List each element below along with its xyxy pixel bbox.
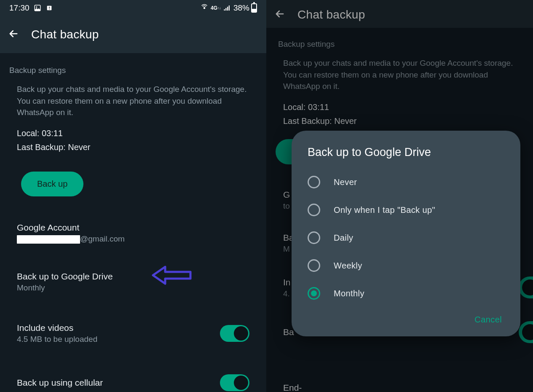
radio-icon — [308, 176, 320, 188]
status-time: 17:30 — [9, 3, 29, 13]
cellular-toggle[interactable] — [220, 374, 249, 391]
signal-icon — [223, 4, 231, 12]
radio-option[interactable]: Weekly — [292, 252, 520, 279]
gdrive-title: Back up to Google Drive — [17, 271, 249, 282]
google-account-title: Google Account — [17, 223, 249, 233]
include-videos-sub: 4.5 MB to be uploaded — [17, 335, 220, 344]
backup-description: Back up your chats and media to your Goo… — [9, 83, 257, 118]
battery-percent: 38% — [233, 3, 249, 13]
radio-option[interactable]: Never — [292, 168, 520, 196]
radio-icon — [308, 231, 320, 244]
backup-to-gdrive-item[interactable]: Back up to Google Drive Monthly — [9, 263, 257, 300]
page-title: Chat backup — [31, 28, 99, 41]
cellular-title: Back up using cellular — [17, 378, 220, 388]
app-bar: Chat backup — [0, 16, 266, 53]
gdrive-frequency-dialog: Back up to Google Drive NeverOnly when I… — [292, 131, 520, 336]
alert-icon — [46, 4, 53, 12]
radio-list: NeverOnly when I tap "Back up"DailyWeekl… — [292, 168, 520, 307]
last-backup: Last Backup: Never — [9, 141, 257, 154]
battery-icon — [251, 3, 257, 13]
radio-option[interactable]: Monthly — [292, 279, 520, 307]
radio-label: Never — [334, 177, 357, 187]
svg-rect-3 — [49, 7, 49, 9]
svg-point-5 — [204, 8, 205, 9]
cellular-backup-item[interactable]: Back up using cellular — [9, 366, 257, 392]
data-4g-icon: 4G↑↓ — [211, 4, 221, 12]
radio-label: Monthly — [334, 289, 364, 298]
section-label: Backup settings — [9, 66, 257, 75]
include-videos-toggle[interactable] — [220, 325, 249, 342]
backup-button[interactable]: Back up — [21, 172, 83, 196]
google-account-email: @gmail.com — [17, 234, 249, 244]
google-account-item[interactable]: Google Account @gmail.com — [9, 214, 257, 251]
hotspot-icon — [201, 4, 208, 12]
image-icon — [34, 4, 41, 12]
radio-icon — [308, 204, 320, 216]
radio-label: Only when I tap "Back up" — [334, 205, 435, 215]
svg-rect-9 — [229, 5, 230, 11]
back-button[interactable] — [8, 28, 19, 41]
radio-label: Weekly — [334, 261, 362, 271]
local-backup-time: Local: 03:11 — [9, 127, 257, 140]
include-videos-title: Include videos — [17, 323, 220, 333]
redacted-email-part — [17, 235, 80, 244]
screen-settings: 17:30 4G↑↓ 38% Chat backup — [0, 0, 266, 392]
status-bar: 17:30 4G↑↓ 38% — [0, 0, 266, 16]
include-videos-item[interactable]: Include videos 4.5 MB to be uploaded — [9, 314, 257, 352]
svg-rect-7 — [225, 8, 226, 11]
gdrive-value: Monthly — [17, 283, 249, 293]
svg-point-1 — [36, 6, 37, 8]
cancel-button[interactable]: Cancel — [474, 315, 502, 325]
svg-rect-6 — [224, 9, 225, 11]
svg-rect-4 — [49, 9, 49, 10]
radio-label: Daily — [334, 233, 353, 243]
screen-dialog: Chat backup Backup settings Back up your… — [266, 0, 533, 392]
svg-rect-8 — [227, 7, 228, 11]
radio-icon — [308, 287, 320, 300]
radio-option[interactable]: Only when I tap "Back up" — [292, 196, 520, 224]
radio-icon — [308, 259, 320, 272]
radio-option[interactable]: Daily — [292, 224, 520, 252]
dialog-title: Back up to Google Drive — [292, 146, 520, 168]
